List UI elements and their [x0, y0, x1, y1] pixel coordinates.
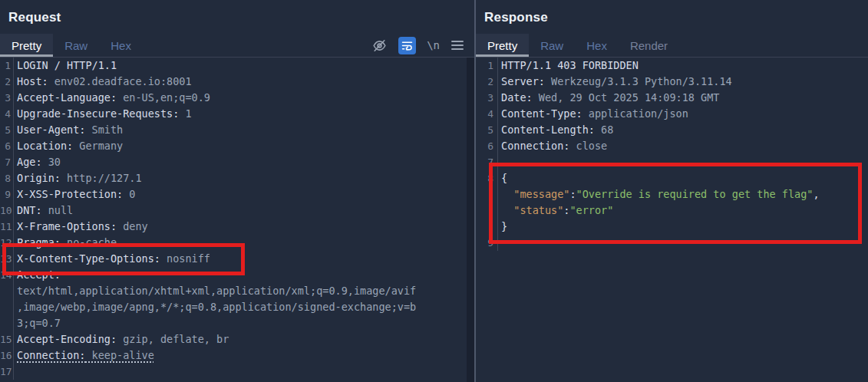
code-line: 8{ — [476, 170, 868, 186]
code-text: Origin: http://127.1 — [14, 170, 142, 186]
newline-icon[interactable]: \n — [427, 39, 440, 51]
code-text: X-Frame-Options: deny — [14, 219, 148, 235]
code-line: 15Accept-Encoding: gzip, deflate, br — [0, 331, 474, 347]
code-line: 14Accept: — [0, 267, 474, 283]
code-text: Accept-Language: en-US,en;q=0.9 — [14, 90, 210, 106]
line-number: 4 — [0, 106, 14, 122]
code-line: 7Age: 30 — [0, 154, 474, 170]
code-text: DNT: null — [14, 203, 73, 219]
code-text: Connection: keep-alive — [14, 347, 154, 364]
code-line: 9 — [476, 235, 868, 251]
request-panel: Request Pretty Raw Hex — [0, 0, 474, 382]
line-number: 16 — [0, 347, 14, 364]
line-number: 3 — [0, 90, 14, 106]
code-text: LOGIN / HTTP/1.1 — [14, 58, 117, 74]
line-number — [0, 299, 14, 315]
code-line: "status":"error" — [476, 203, 868, 219]
line-number — [476, 203, 498, 219]
line-number: 4 — [476, 106, 498, 122]
line-number: 7 — [0, 154, 14, 170]
code-text: X-XSS-Protection: 0 — [14, 186, 135, 203]
code-line: 17 — [0, 364, 474, 380]
code-line: 4Upgrade-Insecure-Requests: 1 — [0, 106, 474, 122]
line-number: 2 — [0, 74, 14, 90]
eye-off-icon[interactable] — [371, 38, 388, 54]
code-text: 3;q=0.7 — [14, 315, 61, 331]
line-number: 12 — [0, 235, 14, 251]
code-line: 9X-XSS-Protection: 0 — [0, 186, 474, 203]
code-line: 11X-Frame-Options: deny — [0, 219, 474, 235]
code-line: 3Accept-Language: en-US,en;q=0.9 — [0, 90, 474, 106]
line-number: 17 — [0, 364, 14, 380]
code-line: "message":"Override is required to get t… — [476, 186, 868, 203]
menu-icon[interactable] — [451, 39, 464, 51]
line-number: 9 — [476, 235, 498, 251]
request-scrollbar[interactable] — [467, 58, 474, 382]
code-line: 12Pragma: no-cache — [0, 235, 474, 251]
code-line: 5Content-Length: 68 — [476, 122, 868, 138]
code-text: Pragma: no-cache — [14, 235, 117, 251]
code-text: Date: Wed, 29 Oct 2025 14:09:18 GMT — [498, 90, 719, 106]
code-text — [498, 235, 501, 251]
word-wrap-toggle-button[interactable] — [398, 37, 416, 54]
code-text: Server: Werkzeug/3.1.3 Python/3.11.14 — [498, 74, 732, 90]
code-text: ,image/webp,image/apng,*/*;q=0.8,applica… — [14, 299, 416, 315]
code-text: HTTP/1.1 403 FORBIDDEN — [498, 58, 639, 74]
line-number: 6 — [0, 138, 14, 154]
line-number: 14 — [0, 267, 14, 283]
code-text: "status":"error" — [498, 203, 613, 219]
code-text — [498, 154, 501, 170]
code-line: } — [476, 219, 868, 235]
line-number: 8 — [476, 170, 498, 186]
request-editor[interactable]: 1LOGIN / HTTP/1.12Host: env02.deadface.i… — [0, 58, 474, 382]
line-number: 1 — [0, 58, 14, 74]
line-number: 2 — [476, 74, 498, 90]
request-panel-title: Request — [0, 0, 474, 34]
response-panel: Response Pretty Raw Hex Render 1HTTP/1.1… — [476, 0, 868, 382]
code-text: Location: Germany — [14, 138, 123, 154]
code-line: 6Connection: close — [476, 138, 868, 154]
code-text: Content-Type: application/json — [498, 106, 688, 122]
code-line: 7 — [476, 154, 868, 170]
code-text: Content-Length: 68 — [498, 122, 613, 138]
line-number: 8 — [0, 170, 14, 186]
code-text: Accept-Encoding: gzip, deflate, br — [14, 331, 229, 347]
line-number: 13 — [0, 251, 14, 267]
line-number: 6 — [476, 138, 498, 154]
line-number: 9 — [0, 186, 14, 203]
code-line: 13X-Content-Type-Options: nosniff — [0, 251, 474, 267]
code-line: 2Server: Werkzeug/3.1.3 Python/3.11.14 — [476, 74, 868, 90]
code-text: Age: 30 — [14, 154, 61, 170]
line-number: 5 — [476, 122, 498, 138]
code-line: 3;q=0.7 — [0, 315, 474, 331]
code-text: Accept: — [14, 267, 61, 283]
code-line: ,image/webp,image/apng,*/*;q=0.8,applica… — [0, 299, 474, 315]
code-line: 16Connection: keep-alive — [0, 347, 474, 364]
response-tab-hex[interactable]: Hex — [575, 34, 619, 57]
request-tab-pretty[interactable]: Pretty — [0, 34, 53, 57]
response-editor[interactable]: 1HTTP/1.1 403 FORBIDDEN2Server: Werkzeug… — [476, 58, 868, 382]
code-text: Connection: close — [498, 138, 607, 154]
code-text: User-Agent: Smith — [14, 122, 123, 138]
line-number — [0, 283, 14, 299]
request-toolbar: \n — [371, 34, 474, 57]
line-number: 15 — [0, 331, 14, 347]
request-tab-bar: Pretty Raw Hex — [0, 34, 474, 58]
response-tab-render[interactable]: Render — [619, 34, 679, 57]
code-text: "message":"Override is required to get t… — [498, 186, 820, 203]
line-number: 5 — [0, 122, 14, 138]
code-line: 6Location: Germany — [0, 138, 474, 154]
line-number: 10 — [0, 203, 14, 219]
response-tab-pretty[interactable]: Pretty — [476, 34, 529, 57]
line-number — [0, 315, 14, 331]
code-line: 1LOGIN / HTTP/1.1 — [0, 58, 474, 74]
code-text: { — [498, 170, 507, 186]
request-tab-hex[interactable]: Hex — [99, 34, 143, 57]
code-text: text/html,application/xhtml+xml,applicat… — [14, 283, 416, 299]
code-text: } — [498, 219, 507, 235]
code-line: 10DNT: null — [0, 203, 474, 219]
line-number — [476, 219, 498, 235]
response-tab-raw[interactable]: Raw — [529, 34, 575, 57]
response-panel-title: Response — [476, 0, 868, 34]
request-tab-raw[interactable]: Raw — [53, 34, 99, 57]
